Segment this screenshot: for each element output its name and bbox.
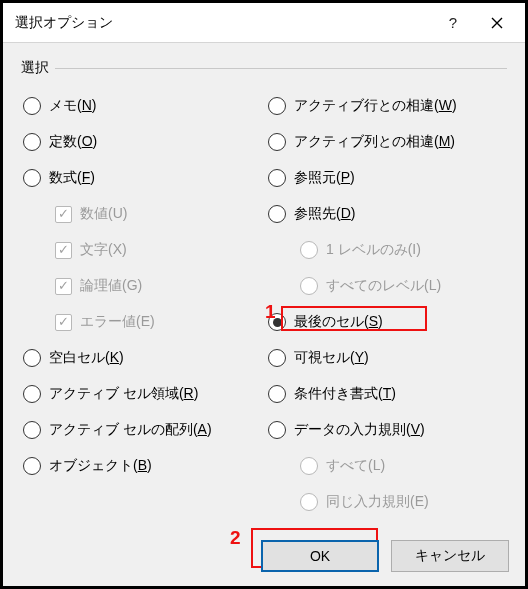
label-error: エラー値(E) (80, 313, 155, 331)
radio-icon (23, 133, 41, 151)
label-same: 同じ入力規則(E) (326, 493, 429, 511)
label-text: 文字(X) (80, 241, 127, 259)
cancel-button[interactable]: キャンセル (391, 540, 509, 572)
radio-icon (268, 385, 286, 403)
radio-icon (23, 97, 41, 115)
radio-icon (300, 457, 318, 475)
label-validation: データの入力規則(V) (294, 421, 425, 439)
radio-icon (23, 457, 41, 475)
titlebar: 選択オプション ? (3, 3, 525, 43)
check-num: 数値(U) (21, 197, 262, 231)
radio-array[interactable]: アクティブ セルの配列(A) (21, 413, 262, 447)
check-icon (55, 206, 72, 223)
group-legend: 選択 (21, 59, 55, 77)
radio-lastcell[interactable]: 最後のセル(S) (266, 305, 507, 339)
radio-icon (23, 385, 41, 403)
check-icon (55, 314, 72, 331)
label-condfmt: 条件付き書式(T) (294, 385, 396, 403)
radio-object[interactable]: オブジェクト(B) (21, 449, 262, 483)
radio-icon (268, 313, 286, 331)
radio-lvl1: 1 レベルのみ(I) (266, 233, 507, 267)
radio-region[interactable]: アクティブ セル領域(R) (21, 377, 262, 411)
label-rowdiff: アクティブ行との相違(W) (294, 97, 457, 115)
label-const: 定数(O) (49, 133, 97, 151)
label-region: アクティブ セル領域(R) (49, 385, 198, 403)
help-button[interactable]: ? (431, 4, 475, 42)
check-error: エラー値(E) (21, 305, 262, 339)
label-array: アクティブ セルの配列(A) (49, 421, 212, 439)
label-precsrc: 参照元(P) (294, 169, 355, 187)
radio-depdst[interactable]: 参照先(D) (266, 197, 507, 231)
right-column: アクティブ行との相違(W) アクティブ列との相違(M) 参照元(P) 参照先(D… (266, 89, 507, 519)
radio-formula[interactable]: 数式(F) (21, 161, 262, 195)
radio-icon (300, 493, 318, 511)
label-num: 数値(U) (80, 205, 127, 223)
radio-icon (268, 205, 286, 223)
left-column: メモ(N) 定数(O) 数式(F) 数値(U) (21, 89, 262, 519)
radio-const[interactable]: 定数(O) (21, 125, 262, 159)
radio-same: 同じ入力規則(E) (266, 485, 507, 519)
radio-icon (268, 169, 286, 187)
radio-rowdiff[interactable]: アクティブ行との相違(W) (266, 89, 507, 123)
radio-condfmt[interactable]: 条件付き書式(T) (266, 377, 507, 411)
label-lastcell: 最後のセル(S) (294, 313, 383, 331)
radio-memo[interactable]: メモ(N) (21, 89, 262, 123)
radio-icon (23, 421, 41, 439)
radio-icon (23, 169, 41, 187)
radio-blank[interactable]: 空白セル(K) (21, 341, 262, 375)
radio-icon (300, 241, 318, 259)
check-logic: 論理値(G) (21, 269, 262, 303)
label-object: オブジェクト(B) (49, 457, 152, 475)
radio-visible[interactable]: 可視セル(Y) (266, 341, 507, 375)
radio-precsrc[interactable]: 参照元(P) (266, 161, 507, 195)
label-all: すべて(L) (326, 457, 385, 475)
marker-2: 2 (230, 527, 241, 549)
radio-icon (268, 421, 286, 439)
label-blank: 空白セル(K) (49, 349, 124, 367)
radio-coldiff[interactable]: アクティブ列との相違(M) (266, 125, 507, 159)
check-icon (55, 278, 72, 295)
radio-icon (23, 349, 41, 367)
radio-icon (300, 277, 318, 295)
content: 選択 メモ(N) 定数(O) 数式(F) (3, 43, 525, 519)
radio-alllvl: すべてのレベル(L) (266, 269, 507, 303)
close-icon (491, 17, 503, 29)
close-button[interactable] (475, 4, 519, 42)
dialog-title: 選択オプション (15, 14, 431, 32)
ok-button[interactable]: OK (261, 540, 379, 572)
label-lvl1: 1 レベルのみ(I) (326, 241, 421, 259)
select-group: 選択 メモ(N) 定数(O) 数式(F) (21, 59, 507, 519)
label-alllvl: すべてのレベル(L) (326, 277, 441, 295)
radio-icon (268, 133, 286, 151)
dialog: 選択オプション ? 選択 メモ(N) 定数(O) (3, 3, 525, 586)
label-visible: 可視セル(Y) (294, 349, 369, 367)
radio-icon (268, 97, 286, 115)
radio-icon (268, 349, 286, 367)
check-text: 文字(X) (21, 233, 262, 267)
label-memo: メモ(N) (49, 97, 96, 115)
radio-all: すべて(L) (266, 449, 507, 483)
radio-validation[interactable]: データの入力規則(V) (266, 413, 507, 447)
label-depdst: 参照先(D) (294, 205, 355, 223)
label-logic: 論理値(G) (80, 277, 142, 295)
label-formula: 数式(F) (49, 169, 95, 187)
button-row: OK キャンセル (261, 540, 509, 572)
check-icon (55, 242, 72, 259)
label-coldiff: アクティブ列との相違(M) (294, 133, 455, 151)
